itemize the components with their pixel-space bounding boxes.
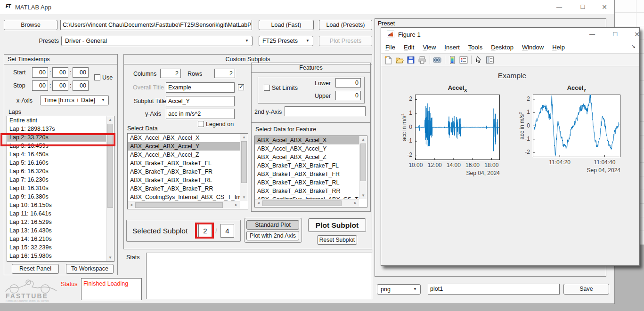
scroll-right-icon[interactable]: ► [233, 201, 240, 209]
scroll-down-icon[interactable]: ▼ [240, 194, 248, 201]
second-yaxis-field[interactable] [285, 106, 366, 116]
to-workspace-button[interactable]: To Workspace [66, 264, 114, 274]
lap-item[interactable]: Lap 6: 16.320s [7, 167, 106, 175]
scroll-up-icon[interactable]: ▲ [106, 116, 114, 123]
use-checkbox[interactable] [94, 74, 100, 80]
app-maximize-button[interactable]: ☐ [576, 3, 590, 11]
standard-plot-button[interactable]: Standard Plot [246, 220, 299, 230]
select-data-listbox[interactable]: ABX_Accel_ABX_Accel_XABX_Accel_ABX_Accel… [127, 133, 248, 209]
start-hour-field[interactable]: 00 [32, 67, 48, 78]
scroll-down-icon[interactable]: ▼ [106, 254, 114, 261]
plot-subplot-button[interactable]: Plot Subplot [308, 218, 366, 232]
feature-item[interactable]: ABX_BrakeT_ABX_BrakeT_RR [255, 187, 359, 195]
scroll-up-icon[interactable]: ▲ [359, 136, 367, 143]
export-format-dropdown[interactable]: png ▼ [377, 284, 421, 295]
feature-item[interactable]: ABX_Accel_ABX_Accel_Y [255, 144, 359, 153]
scroll-thumb[interactable] [262, 200, 342, 206]
menu-desktop[interactable]: Desktop [487, 41, 518, 53]
stop-min-field[interactable]: 00 [52, 80, 68, 91]
print-icon[interactable] [417, 56, 427, 64]
menu-window[interactable]: Window [518, 41, 548, 53]
subplot-total-field[interactable]: 4 [220, 224, 234, 238]
lap-item[interactable]: Entire stint [7, 116, 106, 125]
lap-item[interactable]: Lap 13: 16.430s [7, 226, 106, 235]
stop-sec-field[interactable]: 00 [73, 80, 89, 91]
load-presets-button[interactable]: Load (Presets) [319, 20, 372, 30]
subplot-title-field[interactable]: Accel_Y [166, 96, 235, 106]
set-limits-checkbox[interactable] [264, 85, 270, 91]
open-file-icon[interactable] [395, 56, 404, 64]
select-feature-vscrollbar[interactable]: ▲ ▼ [359, 136, 367, 199]
colorbar-icon[interactable] [448, 56, 457, 64]
new-file-icon[interactable] [383, 56, 393, 64]
lap-item[interactable]: Lap 8: 16.310s [7, 184, 106, 192]
data-item[interactable]: ABX_BrakeT_ABX_BrakeT_FR [128, 167, 240, 176]
start-sec-field[interactable]: 00 [73, 67, 89, 78]
scroll-thumb[interactable] [241, 141, 247, 183]
reset-subplot-button[interactable]: Reset Subplot [317, 235, 357, 245]
feature-item[interactable]: ABX_BrakeT_ABX_BrakeT_FR [255, 170, 359, 178]
data-item[interactable]: ABX_CoolingSys_Internal_ABX_CS_T_InvL [128, 193, 240, 201]
data-item[interactable]: ABX_Accel_ABX_Accel_Y [128, 142, 240, 151]
figure-minimize-button[interactable]: — [585, 30, 599, 39]
lower-field[interactable]: 0 [335, 78, 361, 88]
data-item[interactable]: ABX_BrakeT_ABX_BrakeT_RR [128, 184, 240, 193]
path-input[interactable]: C:\Users\Vincent Chau\Documents\Fasttube… [60, 20, 252, 30]
select-feature-hscrollbar[interactable]: ◄ ► [255, 199, 359, 207]
save-button[interactable]: Save [563, 284, 609, 295]
data-item[interactable]: ABX_BrakeT_ABX_BrakeT_RL [128, 176, 240, 184]
menu-view[interactable]: View [418, 41, 440, 53]
property-inspector-icon[interactable] [485, 56, 495, 64]
app-close-button[interactable]: ✕ [597, 3, 611, 11]
scroll-left-icon[interactable]: ◄ [255, 199, 262, 207]
select-data-vscrollbar[interactable]: ▲ ▼ [240, 134, 248, 201]
lap-item[interactable]: Lap 16: 15.980s [7, 252, 106, 260]
presets-dropdown[interactable]: Driver - General ▼ [61, 36, 253, 46]
rows-field[interactable]: 2 [214, 69, 235, 78]
scroll-thumb[interactable] [135, 202, 223, 208]
menu-insert[interactable]: Insert [440, 41, 464, 53]
select-feature-listbox[interactable]: ABX_Accel_ABX_Accel_XABX_Accel_ABX_Accel… [254, 136, 367, 207]
export-filename-input[interactable]: plot1 [428, 284, 560, 295]
overall-title-field[interactable]: Example [166, 82, 235, 93]
save-icon[interactable] [406, 56, 416, 64]
lap-item[interactable]: Lap 9: 16.380s [7, 192, 106, 201]
menu-help[interactable]: Help [548, 41, 569, 53]
upper-field[interactable]: 0 [335, 91, 361, 100]
plot-presets-button[interactable]: Plot Presets [319, 36, 372, 46]
select-data-hscrollbar[interactable]: ◄ ► [128, 201, 240, 209]
browse-button[interactable]: Browse [4, 20, 57, 30]
dock-figure-icon[interactable]: ↘ [631, 43, 636, 49]
feature-item[interactable]: ABX_BrakeT_ABX_BrakeT_FL [255, 161, 359, 170]
start-min-field[interactable]: 00 [52, 67, 68, 78]
overall-title-checkbox[interactable] [238, 84, 244, 90]
scroll-right-icon[interactable]: ► [352, 199, 359, 207]
plot-2nd-axis-button[interactable]: Plot with 2nd Axis [246, 231, 299, 240]
figure-close-button[interactable]: ✕ [630, 30, 644, 39]
app-minimize-button[interactable]: — [552, 3, 566, 11]
menu-edit[interactable]: Edit [399, 41, 418, 53]
scroll-left-icon[interactable]: ◄ [128, 201, 135, 209]
lap-item[interactable]: Lap 7: 16.230s [7, 175, 106, 184]
lap-item[interactable]: Lap 1: 2898.137s [7, 125, 106, 133]
pointer-icon[interactable] [474, 56, 483, 64]
feature-item[interactable]: ABX_BrakeT_ABX_BrakeT_RL [255, 178, 359, 187]
lap-item[interactable]: Lap 15: 32.239s [7, 243, 106, 252]
lap-item[interactable]: Lap 11: 16.641s [7, 209, 106, 218]
lap-item[interactable]: Lap 4: 16.450s [7, 150, 106, 159]
feature-item[interactable]: ABX_Accel_ABX_Accel_Z [255, 153, 359, 161]
feature-item[interactable]: ABX_CoolingSys_Internal_ABX_CS_T_Inv [255, 195, 359, 199]
legend-icon[interactable] [459, 56, 468, 64]
ft25-presets-dropdown[interactable]: FT25 Presets ▼ [259, 36, 313, 46]
data-item[interactable]: ABX_Accel_ABX_Accel_Z [128, 151, 240, 159]
legend-on-checkbox[interactable] [198, 121, 204, 127]
xaxis-dropdown[interactable]: Time [h:m:s + Date] ▼ [40, 95, 109, 105]
menu-tools[interactable]: Tools [464, 41, 487, 53]
lap-item[interactable]: Lap 12: 16.529s [7, 218, 106, 226]
link-plot-icon[interactable] [432, 56, 442, 64]
yaxis-field[interactable]: acc in m/s^2 [166, 109, 235, 119]
scroll-down-icon[interactable]: ▼ [359, 192, 367, 199]
menu-file[interactable]: File [381, 41, 399, 53]
data-item[interactable]: ABX_BrakeT_ABX_BrakeT_FL [128, 159, 240, 167]
scroll-up-icon[interactable]: ▲ [240, 134, 248, 141]
